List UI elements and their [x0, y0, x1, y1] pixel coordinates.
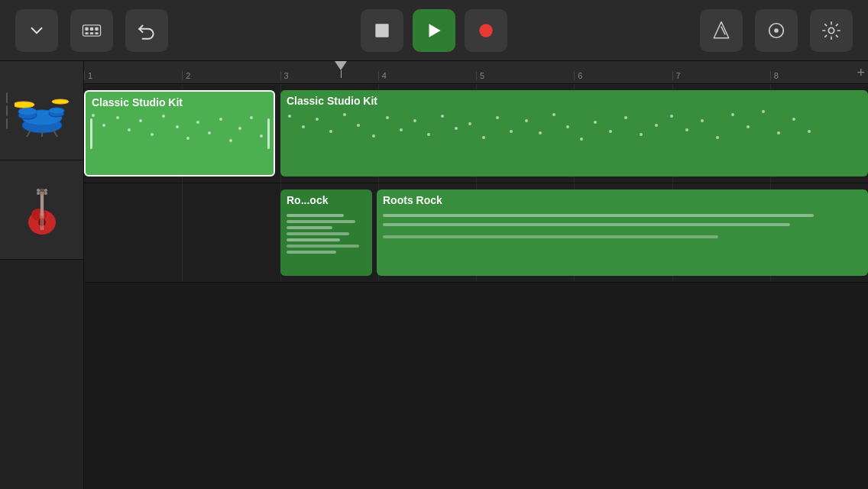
svg-rect-2	[90, 27, 93, 30]
guitar-clip-short-title: Ro...ock	[280, 189, 372, 208]
record-icon	[476, 21, 496, 40]
settings-button[interactable]	[810, 9, 853, 52]
drum-machine-icon	[82, 21, 102, 40]
svg-point-21	[15, 102, 34, 108]
guitar-clip-long-title: Roots Rock	[377, 189, 868, 208]
svg-rect-4	[85, 32, 88, 34]
drum-track-icon	[15, 83, 70, 138]
gear-icon	[821, 21, 841, 40]
drum-machine-button[interactable]	[70, 9, 113, 52]
svg-point-36	[44, 189, 47, 192]
ruler-mark-6: 6	[574, 71, 672, 80]
guitar-clip-long[interactable]: Roots Rock	[377, 189, 868, 276]
guitar-image	[15, 183, 70, 238]
svg-point-37	[37, 192, 40, 195]
undo-button[interactable]	[125, 9, 168, 52]
guitar-clip-short[interactable]: Ro...ock	[280, 189, 372, 276]
svg-point-18	[18, 108, 37, 115]
svg-point-20	[49, 108, 64, 114]
drum-track-header[interactable]	[0, 61, 83, 160]
add-measure-button[interactable]: +	[857, 64, 865, 80]
svg-point-22	[52, 99, 69, 104]
track-resize-handle-left[interactable]	[6, 92, 8, 129]
tempo-icon	[766, 21, 786, 40]
drum-clip-selected-title: Classic Studio Kit	[86, 92, 274, 110]
ruler-mark-2: 2	[182, 71, 280, 80]
svg-point-9	[479, 24, 492, 37]
guitar-track-row: Ro...ock Roots Rock	[84, 183, 868, 283]
guitar-clip-short-waveform	[280, 208, 372, 269]
svg-point-38	[44, 192, 47, 195]
tracks-canvas: Classic Studio Kit	[84, 84, 868, 489]
svg-rect-7	[375, 24, 388, 37]
dropdown-button[interactable]	[15, 9, 58, 52]
drum-clip-long[interactable]: Classic Studio Kit	[280, 90, 868, 176]
main-area: + 1 2 3 4 5 6 7 8 +	[0, 61, 868, 489]
add-track-button[interactable]: +	[0, 260, 83, 489]
svg-rect-3	[95, 27, 98, 30]
tempo-button[interactable]	[755, 9, 798, 52]
playhead-triangle	[335, 61, 347, 70]
toolbar-center	[361, 9, 507, 52]
toolbar-left	[15, 9, 168, 52]
guitar-clip-long-waveform	[377, 208, 868, 269]
metronome-icon	[711, 21, 731, 40]
handle-bar-right	[267, 118, 270, 149]
track-headers: +	[0, 61, 84, 489]
ruler-inner: 1 2 3 4 5 6 7 8	[84, 71, 868, 80]
svg-rect-5	[90, 32, 93, 34]
timeline-area: 1 2 3 4 5 6 7 8 +	[84, 61, 868, 489]
drum-kit-image	[15, 83, 70, 138]
metronome-button[interactable]	[700, 9, 743, 52]
svg-marker-10	[714, 21, 729, 37]
drum-clip-long-title: Classic Studio Kit	[280, 90, 868, 108]
empty-tracks-area	[84, 283, 868, 489]
chevron-down-icon	[27, 21, 47, 40]
play-icon	[424, 21, 444, 40]
ruler-mark-3: 3	[280, 71, 378, 80]
svg-point-35	[37, 189, 40, 192]
svg-rect-6	[95, 32, 98, 34]
clip-handle-right[interactable]	[263, 92, 274, 175]
record-button[interactable]	[465, 9, 507, 52]
svg-point-13	[774, 28, 779, 33]
playhead[interactable]	[333, 61, 348, 78]
ruler-mark-5: 5	[476, 71, 574, 80]
stop-button[interactable]	[361, 9, 403, 52]
guitar-track-header[interactable]	[0, 160, 83, 260]
ruler: 1 2 3 4 5 6 7 8 +	[84, 61, 868, 84]
ruler-mark-1: 1	[84, 71, 182, 80]
toolbar	[0, 0, 868, 61]
drum-clip-selected[interactable]: Classic Studio Kit	[84, 90, 275, 176]
svg-point-14	[828, 28, 834, 33]
play-button[interactable]	[413, 9, 455, 52]
stop-icon	[372, 21, 392, 40]
svg-marker-8	[429, 24, 441, 37]
drum-clip-dots	[86, 110, 274, 156]
guitar-track-icon	[15, 183, 70, 238]
ruler-mark-4: 4	[378, 71, 476, 80]
toolbar-right	[700, 9, 853, 52]
playhead-line	[341, 70, 342, 78]
drum-clip-long-dots	[280, 108, 868, 154]
ruler-mark-7: 7	[672, 71, 770, 80]
undo-icon	[137, 21, 157, 40]
svg-rect-1	[85, 27, 88, 30]
drum-track-row: Classic Studio Kit	[84, 84, 868, 183]
ruler-mark-8: 8	[770, 71, 868, 80]
